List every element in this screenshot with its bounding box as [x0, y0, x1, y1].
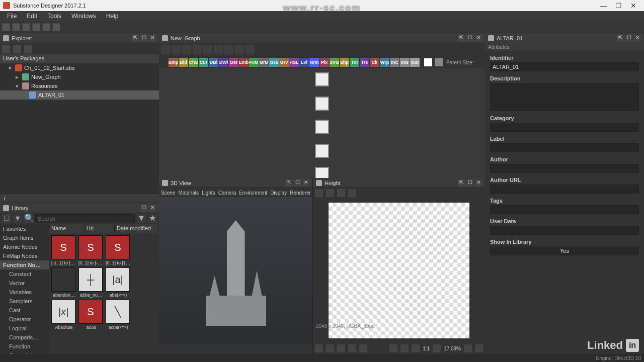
- hbtn-3[interactable]: [337, 344, 345, 352]
- toggle-showinlib[interactable]: Yes: [490, 246, 639, 255]
- graph-pin-button[interactable]: ⇱: [458, 35, 465, 42]
- explorer-close-button[interactable]: ✕: [149, 35, 156, 42]
- input-tags[interactable]: [490, 205, 639, 214]
- view3d-menu-scene[interactable]: Scene: [161, 190, 175, 196]
- libcat-functionsub[interactable]: Function: [0, 342, 49, 351]
- library-new-button[interactable]: □: [2, 214, 11, 223]
- graph-tool-4[interactable]: [193, 45, 202, 54]
- graph-max-button[interactable]: ☐: [466, 35, 473, 42]
- lib-item-i[interactable]: ╲acos(<*>): [106, 300, 131, 330]
- palette-chip-dwl[interactable]: DWl: [219, 58, 228, 67]
- lib-item-b[interactable]: S[0, 1] to [-1, 1]: [78, 235, 104, 265]
- output-node-4[interactable]: [315, 144, 329, 158]
- palette-chip-cur[interactable]: Cur: [199, 58, 208, 67]
- hbtn-2[interactable]: [326, 344, 334, 352]
- view3d-close[interactable]: ✕: [302, 179, 309, 187]
- libcat-samplers[interactable]: Samplers: [0, 297, 49, 306]
- library-filter2-button[interactable]: ▼: [137, 214, 146, 223]
- tree-resources[interactable]: ▾ Resources: [0, 81, 159, 90]
- palette-chip-nrm[interactable]: Nrm: [309, 58, 319, 67]
- height-viewport[interactable]: 2048 x 2048, RGBA_8bpc: [313, 198, 485, 343]
- col-name[interactable]: Name: [49, 224, 85, 233]
- palette-chip-out[interactable]: Out: [410, 58, 420, 67]
- palette-chip-wrp[interactable]: Wrp: [380, 58, 389, 67]
- col-url[interactable]: Url: [85, 224, 115, 233]
- minimize-button[interactable]: —: [596, 2, 611, 10]
- libcat-fxmap[interactable]: FxMap Nodes: [0, 251, 49, 260]
- tree-graph[interactable]: ▸ New_Graph: [0, 72, 159, 81]
- library-close-button[interactable]: ✕: [149, 205, 156, 212]
- palette-chip-hsl[interactable]: HSL: [289, 58, 299, 67]
- height-tool-1[interactable]: [315, 189, 323, 197]
- hbtn-bg[interactable]: [400, 344, 409, 352]
- graph-tool-3[interactable]: [182, 45, 191, 54]
- input-label[interactable]: [490, 143, 639, 152]
- lib-item-e[interactable]: ┼abbe_nu…: [78, 267, 104, 298]
- view3d-menu-display[interactable]: Display: [270, 190, 287, 196]
- graph-tab-title[interactable]: New_Graph: [171, 35, 200, 41]
- menu-tools[interactable]: Tools: [42, 12, 66, 21]
- palette-gray-swatch[interactable]: [435, 58, 443, 66]
- graph-tool-2[interactable]: [172, 45, 181, 54]
- palette-chip-fxm[interactable]: FxM: [249, 58, 259, 67]
- props-close[interactable]: ✕: [634, 35, 641, 42]
- graph-tool-8[interactable]: [235, 45, 244, 54]
- hbtn-info[interactable]: [389, 344, 397, 352]
- input-author[interactable]: [490, 164, 639, 173]
- open-button[interactable]: [12, 23, 20, 31]
- palette-chip-dbl[interactable]: DBl: [209, 58, 218, 67]
- palette-chip-ck[interactable]: Ck: [370, 58, 379, 67]
- input-description[interactable]: [490, 83, 639, 111]
- view3d-viewport[interactable]: [159, 197, 312, 344]
- height-close[interactable]: ✕: [475, 179, 482, 187]
- palette-white-swatch[interactable]: [424, 58, 432, 66]
- graph-canvas[interactable]: [159, 68, 485, 178]
- height-tool-4[interactable]: [348, 189, 356, 197]
- save-all-button[interactable]: [32, 23, 40, 31]
- explorer-options[interactable]: [24, 45, 32, 53]
- lib-item-h[interactable]: Sacos: [78, 300, 104, 330]
- view3d-menu-lights[interactable]: Lights: [202, 190, 215, 196]
- libcat-favorites[interactable]: Favorites: [0, 224, 49, 233]
- height-tool-3[interactable]: [337, 189, 345, 197]
- tree-altar[interactable]: ALTAR_01: [0, 90, 159, 100]
- palette-chip-svg[interactable]: SVG: [330, 58, 339, 67]
- palette-chip-dst[interactable]: Dst: [229, 58, 238, 67]
- graph-close-button[interactable]: ✕: [475, 35, 482, 42]
- maximize-button[interactable]: ☐: [611, 2, 626, 10]
- redo-button[interactable]: [52, 23, 60, 31]
- palette-chip-chs[interactable]: ChS: [189, 58, 198, 67]
- input-identifier[interactable]: [490, 62, 639, 71]
- library-search-input[interactable]: [35, 214, 135, 223]
- hbtn-zoom-in[interactable]: [464, 344, 472, 352]
- libcat-constant[interactable]: Constant: [0, 269, 49, 279]
- graph-tool-9[interactable]: [246, 45, 255, 54]
- libcat-comparis[interactable]: Comparis…: [0, 333, 49, 342]
- new-button[interactable]: [2, 23, 10, 31]
- view3d-menu-materials[interactable]: Materials: [178, 190, 199, 196]
- library-filter-button[interactable]: ▾: [13, 214, 22, 223]
- view3d-max[interactable]: ☐: [294, 179, 301, 187]
- libcat-operator[interactable]: Operator: [0, 315, 49, 324]
- palette-chip-plx[interactable]: Plx: [319, 58, 329, 67]
- libcat-graphitems[interactable]: Graph Items: [0, 233, 49, 242]
- height-max[interactable]: ☐: [466, 179, 473, 187]
- input-authorurl[interactable]: [490, 185, 639, 194]
- hbtn-save[interactable]: [475, 344, 483, 352]
- hbtn-tile[interactable]: [412, 344, 420, 352]
- undo-button[interactable]: [42, 23, 50, 31]
- libcat-function[interactable]: Function No…: [0, 260, 49, 269]
- libcat-variables[interactable]: Variables: [0, 288, 49, 297]
- height-pin[interactable]: ⇱: [458, 179, 465, 187]
- props-max[interactable]: ☐: [625, 35, 632, 42]
- palette-chip-trs[interactable]: Trs: [360, 58, 369, 67]
- menu-edit[interactable]: Edit: [22, 12, 42, 21]
- palette-chip-grv[interactable]: Grv: [279, 58, 289, 67]
- hbtn-5[interactable]: [359, 344, 367, 352]
- graph-tool-5[interactable]: [203, 45, 212, 54]
- explorer-nav-back[interactable]: [2, 45, 10, 53]
- view3d-menu-environment[interactable]: Environment: [239, 190, 267, 196]
- explorer-max-button[interactable]: ☐: [140, 35, 147, 42]
- view3d-menu-camera[interactable]: Camera: [218, 190, 236, 196]
- libcat-atomic[interactable]: Atomic Nodes: [0, 242, 49, 251]
